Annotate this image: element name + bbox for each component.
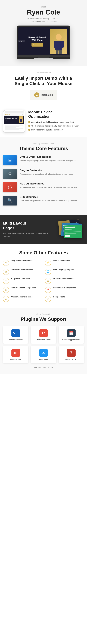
- plugins-section: Free & Compatible Plugins We Support VC …: [0, 308, 87, 374]
- phone-person-img: [19, 116, 23, 124]
- other-feature-item: 🌐 Multi Language Support: [45, 269, 84, 275]
- phone-logo-bar: Ryan Cole ≡: [4, 114, 24, 116]
- laptop-foot: [34, 58, 54, 59]
- svg-point-7: [20, 117, 22, 119]
- laptop-cta-button[interactable]: Learn More: [32, 43, 43, 46]
- other-feature-text: Sticky Menus Supported: [53, 278, 74, 280]
- other-feature-title: Multi Language Support: [53, 269, 74, 271]
- other-feature-title: Customizable Google Map: [53, 287, 76, 289]
- hero-meet-label: Meet: [3, 6, 84, 8]
- phone-line: [5, 127, 16, 128]
- other-feature-text: Lots of Shortcodes: [53, 260, 70, 262]
- other-feature-item: ⚡ Lots of Shortcodes: [45, 260, 84, 266]
- laptop-screen-content: Personal Growth With Ryan! Learn More: [24, 33, 50, 49]
- import-title: Easily Import Demo With a Single Click o…: [4, 76, 83, 86]
- svg-rect-8: [20, 119, 22, 122]
- multi-layout-visual: [56, 220, 84, 239]
- feature-dot: [28, 121, 30, 123]
- svg-rect-3: [62, 40, 64, 48]
- phone-hero-text: Personal Growth With Ryan!: [5, 118, 18, 122]
- plugin-symbol: VC: [13, 331, 18, 336]
- laptop-person-image: [50, 29, 67, 54]
- core-features-list: ⊞ Drag & Drop Page Builder Visual Compos…: [3, 156, 84, 206]
- plugin-item-eg: ⊞ Essential Grid: [3, 346, 28, 363]
- core-feature-item: ⚙ Easy to Customize Awesome easy to use …: [3, 169, 84, 179]
- phone-line: [5, 126, 20, 127]
- phone-dot: [5, 112, 6, 112]
- install-icon: [34, 92, 39, 98]
- plugin-item-vc: VC Visual Composer: [3, 326, 28, 344]
- feature-thumb-icon: ⊞: [8, 158, 12, 163]
- other-feature-title: Awesome Fontello Icons: [11, 296, 32, 298]
- other-feature-text: Awesome Fontello Icons: [11, 296, 32, 298]
- plugin-icon-rev: R: [39, 329, 48, 337]
- feature-thumbnail-customize: ⚙: [3, 169, 17, 179]
- mobile-feature-item: Fully Responsive layout & Retina Ready: [28, 129, 84, 131]
- feature-desc: No need to be a professional web develop…: [20, 186, 77, 189]
- other-feature-title: Mega Menu Compatible: [11, 278, 32, 280]
- core-feature-item: ⊞ Drag & Drop Page Builder Visual Compos…: [3, 156, 84, 165]
- mobile-feature-text: Absolutely all scrollable sections suppo…: [31, 121, 74, 123]
- other-feature-icon: 📍: [45, 287, 51, 293]
- hero-subtitle: An Awesome User-Friendly Combination of …: [3, 17, 84, 23]
- other-feature-icon: ≡: [3, 278, 9, 284]
- feature-content-drag-drop: Drag & Drop Page Builder Visual Composer…: [20, 156, 76, 162]
- mobile-features-list: Absolutely all scrollable sections suppo…: [28, 121, 84, 131]
- other-features-title: Some Other Features: [3, 250, 84, 256]
- mobile-optimization-title: Mobile Device Optimization: [28, 110, 84, 118]
- feature-desc: Visual Composer plugin offers amazing to…: [20, 159, 76, 162]
- laptop-stand: [38, 57, 49, 58]
- plugin-symbol: ⊞: [14, 350, 17, 355]
- other-feature-item: ⚙ Powerful Admin Interface: [3, 269, 42, 275]
- other-feature-title: Easy Automatic Updates: [11, 260, 32, 262]
- core-features-title: Theme Core Features: [3, 146, 84, 151]
- mobile-info: Mobile Device Optimization Absolutely al…: [28, 110, 84, 132]
- phone-menu-icon: ≡: [22, 114, 23, 115]
- other-feature-text: Google Fonts: [53, 296, 65, 298]
- feature-thumbnail-drag-drop: ⊞: [3, 156, 17, 165]
- plugin-item-rev: R Revolution Slider: [31, 326, 56, 344]
- plugin-label-booked: Booked Appointments: [60, 339, 83, 341]
- multi-layout-section: Multi Layout Pages We create Several Uni…: [0, 215, 87, 244]
- other-feature-icon: ◈: [3, 287, 9, 293]
- plugin-icon-eg: ⊞: [12, 349, 20, 357]
- other-features-grid: ↻ Easy Automatic Updates ⚡ Lots of Short…: [3, 260, 84, 302]
- feature-content-no-coding: No Coding Required No need to be a profe…: [20, 182, 77, 189]
- other-feature-icon: ☰: [45, 278, 51, 284]
- plugin-item-booked: 📅 Booked Appointments: [58, 326, 84, 344]
- other-feature-item: ☰ Sticky Menus Supported: [45, 278, 84, 284]
- other-feature-title: Parallax Effect Backgrounds: [11, 287, 36, 289]
- other-feature-icon: ⚙: [3, 269, 9, 275]
- layout-card-3: [64, 225, 82, 238]
- feature-thumbnail-no-coding: { }: [3, 182, 17, 192]
- plugin-label-vc: Visual Composer: [4, 339, 27, 341]
- phone-cta-bar: [5, 122, 10, 122]
- multi-layout-text: Multi Layout Pages We create Several Uni…: [3, 221, 53, 238]
- feature-desc: Awesome easy to use options will adjust …: [20, 173, 73, 176]
- other-feature-text: Easy Automatic Updates: [11, 260, 32, 262]
- layout-card-3-svg: [64, 225, 82, 238]
- laptop-mockup: Personal Growth With Ryan! Learn More: [17, 26, 70, 59]
- mobile-feature-text: Fully Responsive layout & Retina Ready: [31, 129, 63, 131]
- feature-thumb-icon: { }: [8, 185, 12, 190]
- other-feature-title: Sticky Menus Supported: [53, 278, 74, 280]
- mobile-feature-item: Absolutely all scrollable sections suppo…: [28, 121, 84, 123]
- other-feature-item: ★ Awesome Fontello Icons: [3, 296, 42, 302]
- download-icon-svg: [35, 94, 38, 96]
- other-features-section: Some Other Features ↻ Easy Automatic Upd…: [0, 244, 87, 308]
- phone-mockup: Ryan Cole ≡ Personal Growth With Ryan!: [3, 110, 26, 133]
- nav-dot: [21, 41, 22, 42]
- one-click-label: One click installation: [4, 72, 83, 74]
- svg-rect-5: [59, 50, 62, 54]
- feature-title: Easy to Customize: [20, 169, 73, 172]
- plugin-label-eg: Essential Grid: [4, 358, 27, 360]
- feature-thumb-icon: 🔍: [7, 198, 12, 203]
- nav-dot: [22, 41, 24, 42]
- plugins-grid: VC Visual Composer R Revolution Slider 📅…: [3, 326, 84, 363]
- installation-button[interactable]: Installation: [30, 90, 57, 100]
- phone-hero-area: Personal Growth With Ryan!: [4, 116, 24, 124]
- feature-thumbnail-seo: 🔍: [3, 196, 17, 206]
- other-feature-text: Mega Menu Compatible: [11, 278, 32, 280]
- plugins-label: Free & Compatible: [3, 313, 84, 315]
- phone-line: [5, 125, 23, 126]
